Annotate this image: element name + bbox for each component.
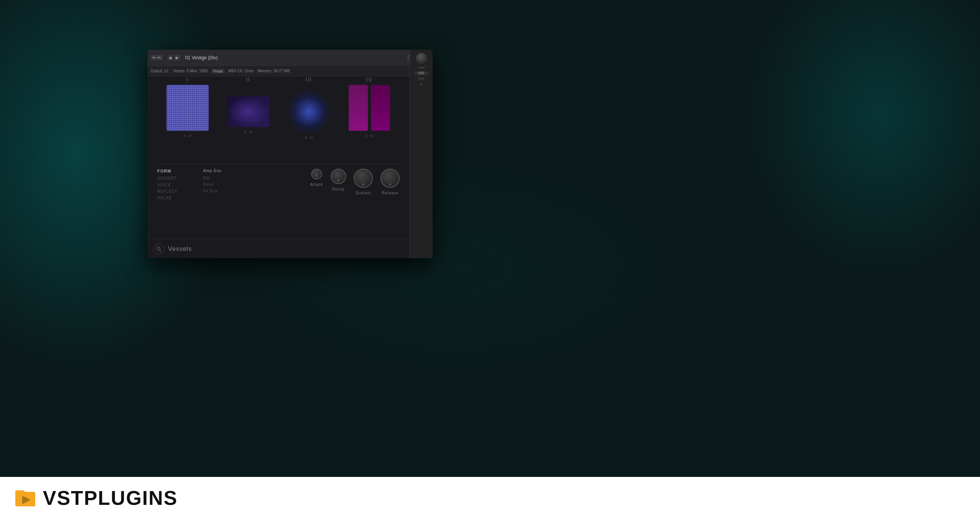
- slot-4-inner: [349, 85, 390, 131]
- slot-2-solo[interactable]: S: [244, 130, 247, 134]
- slot-3-thumbnail[interactable]: [288, 91, 330, 133]
- tune-knob[interactable]: [416, 53, 427, 63]
- slot-1-controls: S M: [183, 134, 192, 138]
- background-swirl: [0, 0, 980, 519]
- sustain-label: Sustain: [356, 191, 371, 195]
- nav-eq[interactable]: EQ: [203, 176, 234, 180]
- form-distort[interactable]: DISTORT: [157, 176, 196, 181]
- voices-label: Voices: 0 Max: 1000: [173, 69, 207, 73]
- attack-knob[interactable]: [311, 169, 322, 179]
- slot-4b-thumbnail[interactable]: [371, 85, 390, 131]
- memory-label: Memory: 39.27 MB: [258, 69, 290, 73]
- tune-label: Tune: [418, 66, 425, 69]
- brand-logo: VSTPLUGINS: [15, 486, 178, 509]
- vstplugins-icon: [15, 487, 37, 509]
- slot-4-mute[interactable]: M: [370, 134, 374, 138]
- slot-4-solo[interactable]: S: [365, 134, 368, 138]
- attack-group: Attack: [310, 169, 323, 202]
- sub-bar: Output: ±1: Voices: 0 Max: 1000 Purge MI…: [147, 66, 433, 76]
- slot-2-mute[interactable]: M: [249, 130, 253, 134]
- amp-env-title: Amp Env: [203, 169, 234, 173]
- output-label: Output: ±1:: [150, 69, 169, 73]
- preset-name: 01 Vestige (Div): [185, 55, 218, 60]
- slot-1-solo[interactable]: S: [183, 134, 186, 138]
- slot-4-controls: S M: [365, 134, 374, 138]
- slot-3-controls: S M: [305, 136, 313, 140]
- main-content: I S M II S M III S: [147, 76, 410, 237]
- slot-2: II S M: [218, 76, 278, 161]
- decay-label: Decay: [332, 187, 345, 191]
- release-knob[interactable]: [381, 169, 400, 188]
- purge-button[interactable]: Purge: [211, 69, 224, 73]
- amp-env-nav: Amp Env EQ Filter Fil Env: [203, 167, 234, 202]
- slot-4: IV S M: [339, 76, 400, 161]
- slot-1: I S M: [157, 76, 218, 161]
- slot-2-controls: S M: [244, 130, 253, 134]
- slot-1-thumbnail[interactable]: [167, 85, 209, 131]
- form-title: FORM: [157, 169, 196, 173]
- slot-2-number: II: [246, 76, 250, 83]
- slot-1-number: I: [186, 76, 189, 83]
- slot-3-mute[interactable]: M: [310, 136, 313, 140]
- search-icon[interactable]: [154, 244, 164, 254]
- nav-filter[interactable]: Filter: [203, 182, 234, 187]
- sustain-indicator: [363, 183, 364, 185]
- form-pulse[interactable]: PULSE: [157, 196, 196, 200]
- sustain-knob[interactable]: [354, 169, 373, 188]
- bottom-bar: VSTPLUGINS: [0, 477, 980, 519]
- slot-3-number: III: [305, 76, 312, 83]
- attack-indicator: [316, 175, 317, 177]
- decay-knob[interactable]: [331, 169, 346, 184]
- release-label: Release: [382, 191, 399, 195]
- decay-group: Decay: [331, 169, 346, 202]
- footer-title: Vessels: [168, 246, 192, 252]
- controls-area: FORM DISTORT VOICE REFLECT PULSE Amp Env…: [154, 167, 403, 202]
- svg-point-0: [157, 247, 160, 250]
- decay-indicator: [338, 179, 339, 182]
- release-group: Release: [381, 169, 400, 202]
- next-preset-button[interactable]: ▶: [175, 55, 180, 60]
- form-voice[interactable]: VOICE: [157, 183, 196, 187]
- svg-rect-3: [15, 490, 24, 495]
- title-bar-left: NO ON ◀ ▶ 01 Vestige (Div): [150, 55, 218, 60]
- slot-1-mute[interactable]: M: [188, 134, 192, 138]
- prev-preset-button[interactable]: ◀: [168, 55, 173, 60]
- sustain-group: Sustain: [354, 169, 373, 202]
- attack-label: Attack: [310, 182, 323, 187]
- slot-4a-thumbnail[interactable]: [349, 85, 368, 131]
- slot-2-thumbnail[interactable]: [227, 96, 269, 127]
- slot-3-solo[interactable]: S: [305, 136, 307, 140]
- form-nav: FORM DISTORT VOICE REFLECT PULSE: [157, 167, 196, 202]
- tune-unit: st: [420, 83, 422, 86]
- divider: [157, 164, 400, 164]
- midi-ch-label: MIDI Ch: Omni: [229, 69, 254, 73]
- no-on-logo: NO ON: [150, 55, 162, 60]
- tune-value: 0.00: [418, 77, 425, 80]
- title-arrows: ◀ ▶: [168, 55, 180, 60]
- nav-fil-env[interactable]: Fil Env: [203, 189, 234, 193]
- adsr-area: Attack Decay Sustain: [310, 167, 400, 202]
- plugin-footer: Vessels: [147, 239, 410, 258]
- form-reflect[interactable]: REFLECT: [157, 189, 196, 194]
- release-indicator: [390, 183, 390, 185]
- right-panel: Tune 0.00 st: [410, 50, 433, 258]
- slots-row: I S M II S M III S: [154, 76, 403, 161]
- plugin-window: NO ON ◀ ▶ 01 Vestige (Div) ✕ Output: ±1:…: [147, 50, 433, 258]
- svg-line-1: [160, 250, 161, 251]
- title-bar: NO ON ◀ ▶ 01 Vestige (Div) ✕: [147, 50, 433, 66]
- brand-name: VSTPLUGINS: [43, 486, 178, 509]
- tune-slider[interactable]: [415, 72, 428, 75]
- slot-3: III S M: [279, 76, 339, 161]
- slot-4-number: IV: [366, 76, 372, 83]
